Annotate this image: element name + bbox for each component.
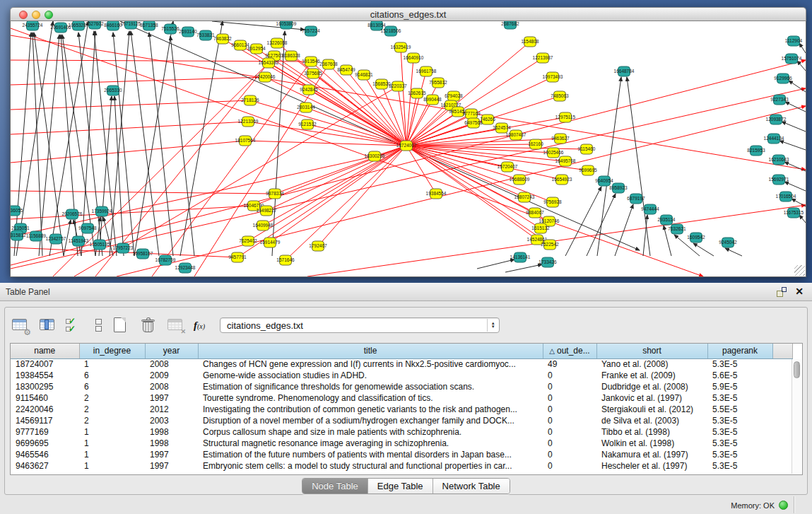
network-node-teal[interactable]: 12923448: [175, 263, 196, 273]
column-header-in_degree[interactable]: in_degree: [79, 344, 145, 358]
network-node-teal[interactable]: 15692971: [769, 175, 789, 185]
network-node-yellow[interactable]: 16409948: [253, 221, 273, 230]
network-node-yellow[interactable]: 8454749: [337, 65, 355, 75]
network-node-teal[interactable]: 2687682: [501, 21, 519, 29]
network-node-yellow[interactable]: 162160: [528, 139, 543, 149]
network-node-teal[interactable]: 7533821: [196, 30, 215, 40]
network-node-yellow[interactable]: 8912954: [247, 44, 266, 54]
network-node-teal[interactable]: 9129966: [774, 74, 792, 83]
network-node-teal[interactable]: 14136141: [510, 252, 531, 262]
network-node-yellow[interactable]: 9756928: [543, 197, 562, 207]
network-node-teal[interactable]: 16648784: [614, 66, 635, 76]
network-node-yellow[interactable]: 7625402: [239, 236, 257, 246]
network-node-teal[interactable]: 1609542: [687, 233, 705, 243]
table-row[interactable]: 969969511998Structural magnetic resonanc…: [11, 438, 792, 449]
network-node-teal[interactable]: 10719125: [121, 21, 141, 29]
network-node-teal[interactable]: 9245042: [719, 238, 737, 247]
column-header-pagerank[interactable]: pagerank: [707, 344, 772, 358]
table-mode-icon[interactable]: ⚙: [11, 316, 30, 334]
network-canvas[interactable]: 2435572420691406106532871527602846616010…: [10, 21, 806, 277]
delete-table-icon[interactable]: [139, 316, 158, 334]
network-node-teal[interactable]: 20206576: [62, 209, 83, 219]
network-node-teal[interactable]: 10958167: [133, 249, 153, 259]
window-resize-grip[interactable]: [794, 265, 805, 276]
column-header-short[interactable]: short: [596, 344, 707, 358]
select-columns-icon[interactable]: ✓ ✓: [66, 316, 86, 334]
network-node-yellow[interactable]: 16640910: [404, 53, 424, 63]
network-node-teal[interactable]: 2065310: [104, 86, 122, 95]
network-node-yellow[interactable]: 16325419: [391, 42, 411, 52]
network-node-yellow[interactable]: 10025466: [543, 148, 564, 158]
network-node-teal[interactable]: 11675315: [784, 208, 804, 218]
table-row[interactable]: 1938455462009Genome-wide association stu…: [11, 370, 792, 381]
network-node-teal[interactable]: 12342757: [46, 234, 66, 244]
network-node-yellow[interactable]: 6794028: [445, 91, 463, 101]
table-row[interactable]: 946362711997Embryonic stem cells: a mode…: [11, 460, 792, 472]
table-row[interactable]: 977716911998Corpus callosum shape and si…: [11, 426, 792, 438]
network-node-yellow[interactable]: 9457791: [228, 252, 247, 262]
tab-node-table[interactable]: Node Table: [302, 479, 368, 493]
network-node-yellow[interactable]: 9146821: [355, 70, 373, 80]
network-node-yellow[interactable]: 7955812: [429, 78, 447, 88]
table-select-dropdown[interactable]: citations_edges.txt ▲▼: [220, 317, 500, 333]
network-node-yellow[interactable]: 10807487: [506, 130, 526, 140]
network-node-teal[interactable]: 9097548: [78, 223, 97, 233]
create-table-icon[interactable]: [111, 316, 131, 334]
network-node-yellow[interactable]: 15720407: [498, 162, 518, 172]
network-node-teal[interactable]: 8671358: [140, 21, 158, 30]
network-node-yellow[interactable]: 19384554: [426, 189, 447, 199]
network-node-yellow[interactable]: 9878334: [266, 189, 284, 199]
tab-network-table[interactable]: Network Table: [433, 479, 510, 493]
network-node-teal[interactable]: 9640954: [595, 176, 613, 186]
network-node-yellow[interactable]: 1571646: [276, 255, 295, 265]
network-node-yellow[interactable]: 12213987: [533, 53, 553, 63]
table-row[interactable]: 2242004622012Investigating the contribut…: [11, 404, 792, 415]
network-node-teal[interactable]: 2693140: [179, 27, 197, 37]
network-node-yellow[interactable]: 7485063: [551, 91, 569, 101]
network-node-yellow[interactable]: 18107564: [235, 136, 256, 146]
row-height-icon[interactable]: [93, 316, 103, 334]
column-header-year[interactable]: year: [145, 344, 198, 358]
network-node-teal[interactable]: 7515526: [161, 24, 180, 34]
network-node-teal[interactable]: 8466160: [104, 21, 122, 30]
network-node-yellow[interactable]: 2803144: [297, 103, 315, 112]
network-node-teal[interactable]: 8215953: [747, 146, 765, 156]
network-node-teal[interactable]: 1527602: [86, 21, 104, 29]
network-node-yellow[interactable]: 16495768: [555, 156, 576, 166]
network-node-yellow[interactable]: 2367608: [319, 59, 338, 69]
network-node-yellow[interactable]: 12213369: [238, 117, 259, 127]
network-node-teal[interactable]: 13505135: [90, 240, 110, 250]
network-node-yellow[interactable]: 10688609: [510, 175, 530, 185]
function-builder-icon[interactable]: f(x): [194, 316, 205, 334]
network-node-teal[interactable]: 7632621: [668, 224, 686, 234]
network-node-teal[interactable]: 2536055: [11, 206, 23, 216]
network-node-teal[interactable]: 12444134: [764, 134, 784, 144]
network-node-yellow[interactable]: 16914479: [260, 238, 281, 247]
network-node-yellow[interactable]: 9699695: [579, 165, 597, 175]
network-node-yellow[interactable]: 16961758: [416, 66, 437, 76]
column-header-title[interactable]: title: [198, 344, 543, 358]
column-header-name[interactable]: name: [11, 344, 79, 358]
network-node-yellow[interactable]: 16654923: [552, 175, 572, 185]
network-node-teal[interactable]: 16053809: [276, 21, 297, 29]
float-panel-icon[interactable]: [777, 287, 787, 297]
network-node-yellow[interactable]: 2718126: [241, 95, 259, 105]
network-node-teal[interactable]: 9227343: [770, 95, 789, 105]
network-node-teal[interactable]: 24355724: [23, 21, 43, 30]
close-panel-icon[interactable]: ✕: [795, 286, 804, 297]
table-row[interactable]: 911546021997Tourette syndrome. Phenomeno…: [11, 392, 792, 404]
memory-ok-indicator-icon[interactable]: [779, 501, 788, 510]
show-columns-icon[interactable]: [38, 316, 58, 334]
network-node-teal[interactable]: 16210643: [769, 155, 789, 165]
network-node-teal[interactable]: 8958923: [609, 183, 628, 193]
network-node-teal[interactable]: 2935114: [658, 215, 676, 225]
network-node-teal[interactable]: 12093872: [766, 115, 787, 124]
tab-edge-table[interactable]: Edge Table: [368, 479, 433, 493]
network-node-yellow[interactable]: 9121512: [298, 119, 317, 129]
column-header-out_de[interactable]: △out_de...: [543, 344, 596, 358]
network-node-yellow[interactable]: 1154808: [522, 37, 539, 47]
table-row[interactable]: 946554611997Estimation of the future num…: [11, 449, 792, 460]
network-node-teal[interactable]: 7557224: [302, 26, 320, 36]
table-row[interactable]: 1456911722003Disruption of a novel membe…: [11, 415, 792, 426]
network-window-titlebar[interactable]: citations_edges.txt: [10, 7, 806, 21]
